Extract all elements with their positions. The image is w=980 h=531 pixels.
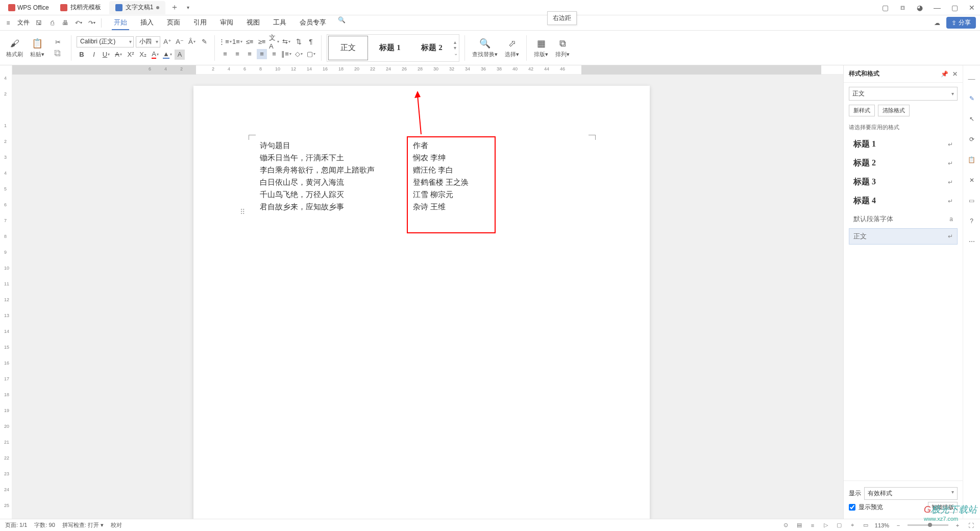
status-words[interactable]: 字数: 90 xyxy=(34,521,55,529)
strikethrough-icon[interactable]: A xyxy=(113,50,124,60)
zoom-minus-icon[interactable]: − xyxy=(894,521,902,529)
clipboard-icon[interactable]: 📋 xyxy=(967,155,976,164)
font-name-combo[interactable]: Calibri (正文) xyxy=(77,36,134,47)
select-button[interactable]: ⬀ 选择▾ xyxy=(503,36,521,59)
new-style-button[interactable]: 新样式 xyxy=(849,105,875,116)
collapse-panel-icon[interactable]: — xyxy=(968,75,975,83)
insert-mode-icon[interactable]: ⊙ xyxy=(782,521,790,529)
menu-icon[interactable]: ≡ xyxy=(4,19,12,27)
sort-icon[interactable]: ⇅ xyxy=(293,37,304,47)
more-icon[interactable]: ⋯ xyxy=(967,237,976,246)
panel-close-icon[interactable]: ✕ xyxy=(952,70,958,78)
bold-icon[interactable]: B xyxy=(77,50,87,60)
view-web-icon[interactable]: ▷ xyxy=(822,521,830,529)
new-tab-button[interactable]: ＋ xyxy=(166,2,183,13)
style-entry[interactable]: 正文↵ xyxy=(849,228,958,245)
clear-format-icon[interactable]: ✎ xyxy=(199,37,209,47)
show-filter-combo[interactable]: 有效样式 xyxy=(864,487,958,500)
tab-menu-button[interactable]: ▾ xyxy=(183,5,193,10)
char-spacing-icon[interactable]: ⇆ xyxy=(281,37,291,47)
pin-icon[interactable]: 📌 xyxy=(941,70,948,78)
style-entry[interactable]: 默认段落字体a xyxy=(849,211,958,227)
style-body[interactable]: 正文 xyxy=(328,36,368,60)
pointer-icon[interactable]: ↖ xyxy=(967,114,976,124)
vertical-ruler[interactable]: 4212345678910111213141516171819202122232… xyxy=(0,65,12,519)
decrease-indent-icon[interactable]: ≤≡ xyxy=(244,37,255,47)
fullscreen-icon[interactable]: ⛶ xyxy=(967,521,975,529)
share-button[interactable]: ⇪ 分享 xyxy=(946,17,976,29)
horizontal-ruler[interactable]: 6422468101214161820222426283032343638404… xyxy=(12,65,843,75)
bullet-list-icon[interactable]: ⋮≡ xyxy=(220,37,230,47)
align-justify-icon[interactable]: ≡ xyxy=(257,49,267,59)
distribute-icon[interactable]: ≡ xyxy=(269,49,279,59)
gallery-up-icon[interactable]: ▴ xyxy=(454,39,458,45)
document-area[interactable]: 6422468101214161820222426283032343638404… xyxy=(12,65,843,519)
status-page[interactable]: 页面: 1/1 xyxy=(5,521,27,529)
menu-tab-start[interactable]: 开始 xyxy=(112,16,129,30)
find-replace-button[interactable]: 🔍 查找替换▾ xyxy=(470,36,500,59)
style-list[interactable]: 标题 1↵标题 2↵标题 3↵标题 4↵默认段落字体a正文↵ xyxy=(844,134,963,480)
view-print-icon[interactable]: ▤ xyxy=(795,521,803,529)
copy-icon[interactable]: ⿻ xyxy=(53,49,63,59)
change-case-icon[interactable]: Ȃ xyxy=(187,37,197,47)
menu-tab-review[interactable]: 审阅 xyxy=(218,16,235,30)
decrease-font-icon[interactable]: A⁻ xyxy=(175,37,185,47)
document-page[interactable]: 诗句题目锄禾日当午，汗滴禾下土李白乘舟将欲行，忽闻岸上踏歌声白日依山尽，黄河入海… xyxy=(193,86,650,519)
paragraph-handle-icon[interactable]: ⠿ xyxy=(240,208,245,216)
cube-icon[interactable]: ⧈ xyxy=(898,4,906,12)
status-proof[interactable]: 校对 xyxy=(111,521,122,529)
increase-font-icon[interactable]: A⁺ xyxy=(162,37,173,47)
book-icon[interactable]: ▭ xyxy=(967,196,976,205)
style-entry[interactable]: 标题 2↵ xyxy=(849,154,958,172)
zoom-plus-icon[interactable]: + xyxy=(953,521,962,529)
align-center-icon[interactable]: ≡ xyxy=(232,49,242,59)
reading-mode-icon[interactable]: ▢ xyxy=(881,4,889,12)
cut-icon[interactable]: ✂ xyxy=(53,37,63,47)
menu-tab-member[interactable]: 会员专享 xyxy=(298,16,328,30)
underline-icon[interactable]: U xyxy=(101,50,111,60)
style-heading1[interactable]: 标题 1 xyxy=(370,36,410,60)
save-icon[interactable]: 🖫 xyxy=(35,19,43,27)
menu-tab-tools[interactable]: 工具 xyxy=(271,16,288,30)
superscript-icon[interactable]: X² xyxy=(126,50,136,60)
preview-checkbox[interactable] xyxy=(849,504,855,511)
view-focus-icon[interactable]: ⌖ xyxy=(848,521,856,529)
status-spell[interactable]: 拼写检查: 打开 ▾ xyxy=(62,521,104,529)
char-shading-icon[interactable]: A xyxy=(175,50,185,60)
arrange-button[interactable]: ⧉ 排列▾ xyxy=(553,36,572,59)
format-painter-button[interactable]: 🖌 格式刷 xyxy=(4,36,25,59)
sync-icon[interactable]: ⟳ xyxy=(967,135,976,144)
number-list-icon[interactable]: 1≡ xyxy=(232,37,242,47)
style-heading2[interactable]: 标题 2 xyxy=(412,36,452,60)
print-icon[interactable]: 🖶 xyxy=(61,19,69,27)
border-icon[interactable]: ▢ xyxy=(306,49,316,59)
highlight-icon[interactable]: ▲ xyxy=(162,50,173,60)
tab-template[interactable]: 找稻壳模板 xyxy=(54,1,107,14)
help-icon[interactable]: ? xyxy=(967,216,976,226)
increase-indent-icon[interactable]: ≥≡ xyxy=(257,37,267,47)
style-entry[interactable]: 标题 3↵ xyxy=(849,173,958,191)
zoom-out-icon[interactable]: ▭ xyxy=(862,521,870,529)
tools-icon[interactable]: ✕ xyxy=(967,176,976,185)
current-style-combo[interactable]: 正文 xyxy=(849,87,958,101)
close-button[interactable]: ✕ xyxy=(968,4,976,12)
menu-tab-page[interactable]: 页面 xyxy=(165,16,182,30)
undo-icon[interactable]: ↶▾ xyxy=(75,19,83,27)
zoom-slider[interactable] xyxy=(908,524,948,526)
subscript-icon[interactable]: X₂ xyxy=(138,50,148,60)
pencil-icon[interactable]: ✎ xyxy=(967,94,976,103)
maximize-button[interactable]: ▢ xyxy=(950,4,959,12)
menu-tab-reference[interactable]: 引用 xyxy=(191,16,209,30)
shading-icon[interactable]: ◇ xyxy=(293,49,304,59)
style-entry[interactable]: 标题 4↵ xyxy=(849,192,958,210)
user-avatar-icon[interactable]: ◕ xyxy=(916,4,924,12)
style-gallery[interactable]: 正文 标题 1 标题 2 ▴ ▾ ⌄ xyxy=(327,34,459,62)
menu-tab-insert[interactable]: 插入 xyxy=(138,16,156,30)
search-icon[interactable]: 🔍 xyxy=(337,16,346,24)
cloud-icon[interactable]: ☁ xyxy=(933,19,941,27)
align-left-icon[interactable]: ≡ xyxy=(220,49,230,59)
font-size-combo[interactable]: 小四 xyxy=(136,36,160,47)
view-outline-icon[interactable]: ≡ xyxy=(808,521,817,529)
layout-button[interactable]: ▦ 排版▾ xyxy=(532,36,550,59)
minimize-button[interactable]: — xyxy=(933,4,941,12)
